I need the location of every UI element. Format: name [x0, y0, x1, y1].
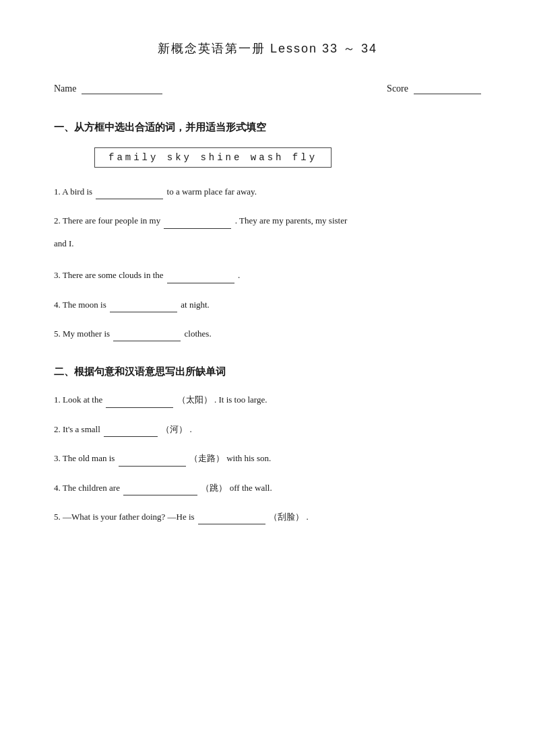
q2-continuation: and I.	[54, 238, 74, 248]
section2-title: 二、根据句意和汉语意思写出所缺单词	[54, 366, 481, 378]
s2-q3-after: with his son.	[226, 453, 271, 463]
section1-title: 一、从方框中选出合适的词，并用适当形式填空	[54, 121, 481, 134]
name-underline	[82, 83, 162, 94]
word-box-container: family sky shine wash fly	[94, 147, 481, 184]
section1: 一、从方框中选出合适的词，并用适当形式填空 family sky shine w…	[54, 121, 481, 341]
q1-after: to a warm place far away.	[167, 186, 257, 197]
section2-q2: 2. It's a small （河） .	[54, 421, 481, 437]
score-label: Score	[387, 83, 408, 94]
s2-q5-after: .	[306, 512, 308, 522]
q2-after: . They are my parents, my sister	[235, 215, 348, 226]
s2-q2-hint: （河）	[161, 424, 187, 434]
section2-q1: 1. Look at the （太阳） . It is too large.	[54, 392, 481, 407]
q5-number: 5. My mother is	[54, 329, 110, 339]
q3-blank[interactable]	[167, 273, 234, 283]
section1-q1: 1. A bird is to a warm place far away.	[54, 184, 481, 199]
page-title: 新概念英语第一册 Lesson 33 ～ 34	[54, 40, 481, 57]
section1-q4: 4. The moon is at night.	[54, 297, 481, 312]
s2-q2-blank[interactable]	[104, 426, 158, 437]
q3-after: .	[238, 270, 240, 280]
section2-q3: 3. The old man is （走路） with his son.	[54, 450, 481, 466]
section2-q4: 4. The children are （跳） off the wall.	[54, 480, 481, 495]
s2-q3-hint: （走路）	[189, 453, 224, 463]
name-field: Name	[54, 83, 162, 94]
q3-number: 3. There are some clouds in the	[54, 270, 164, 280]
s2-q5-hint: （刮脸）	[269, 512, 304, 522]
name-score-row: Name Score	[54, 83, 481, 94]
q5-after: clothes.	[185, 329, 212, 339]
s2-q1-blank[interactable]	[106, 397, 173, 408]
q2-blank[interactable]	[164, 218, 231, 229]
q2-number: 2. There are four people in my	[54, 215, 160, 226]
section2: 二、根据句意和汉语意思写出所缺单词 1. Look at the （太阳） . …	[54, 366, 481, 524]
q1-blank[interactable]	[96, 188, 163, 199]
name-label: Name	[54, 83, 76, 94]
s2-q4-before: 4. The children are	[54, 483, 120, 493]
q1-number: 1. A bird is	[54, 186, 92, 197]
s2-q4-blank[interactable]	[123, 485, 197, 495]
q5-blank[interactable]	[113, 331, 181, 341]
s2-q5-blank[interactable]	[198, 514, 265, 524]
s2-q5-before: 5. —What is your father doing? —He is	[54, 512, 195, 522]
s2-q3-before: 3. The old man is	[54, 453, 115, 463]
s2-q1-before: 1. Look at the	[54, 394, 102, 405]
score-field: Score	[387, 83, 481, 94]
section1-q3: 3. There are some clouds in the .	[54, 267, 481, 283]
s2-q1-hint: （太阳）	[177, 394, 212, 405]
section1-q5: 5. My mother is clothes.	[54, 326, 481, 341]
s2-q3-blank[interactable]	[119, 456, 186, 467]
section1-q2: 2. There are four people in my . They ar…	[54, 213, 481, 228]
s2-q4-after: off the wall.	[230, 483, 272, 493]
q4-blank[interactable]	[110, 302, 177, 312]
s2-q2-before: 2. It's a small	[54, 424, 100, 434]
s2-q4-hint: （跳）	[201, 483, 227, 493]
s2-q1-after: . It is too large.	[214, 394, 267, 405]
s2-q2-after: .	[190, 424, 192, 434]
score-underline	[414, 83, 481, 94]
q4-number: 4. The moon is	[54, 300, 106, 310]
word-box: family sky shine wash fly	[94, 147, 332, 168]
q4-after: at night.	[181, 300, 210, 310]
section1-q2-cont: and I.	[54, 236, 481, 251]
section2-q5: 5. —What is your father doing? —He is （刮…	[54, 509, 481, 524]
